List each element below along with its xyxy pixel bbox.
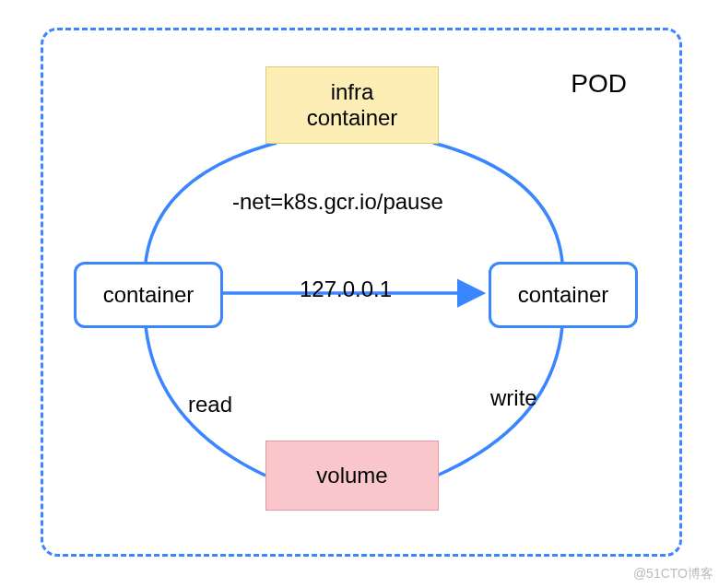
container-left-node: container	[74, 262, 223, 328]
watermark: @51CTO博客	[633, 566, 713, 582]
edge-label-write: write	[490, 385, 537, 411]
edge-label-net: -net=k8s.gcr.io/pause	[232, 189, 443, 215]
infra-container-node: infra container	[265, 66, 439, 144]
container-right-label: container	[518, 282, 609, 308]
volume-node: volume	[265, 441, 439, 511]
edge-label-ip: 127.0.0.1	[300, 276, 392, 302]
container-left-label: container	[103, 282, 194, 308]
edge-label-read: read	[188, 392, 232, 417]
volume-label: volume	[316, 463, 387, 488]
pod-label: POD	[571, 69, 627, 99]
container-right-node: container	[489, 262, 638, 328]
infra-container-label: infra container	[307, 79, 398, 130]
